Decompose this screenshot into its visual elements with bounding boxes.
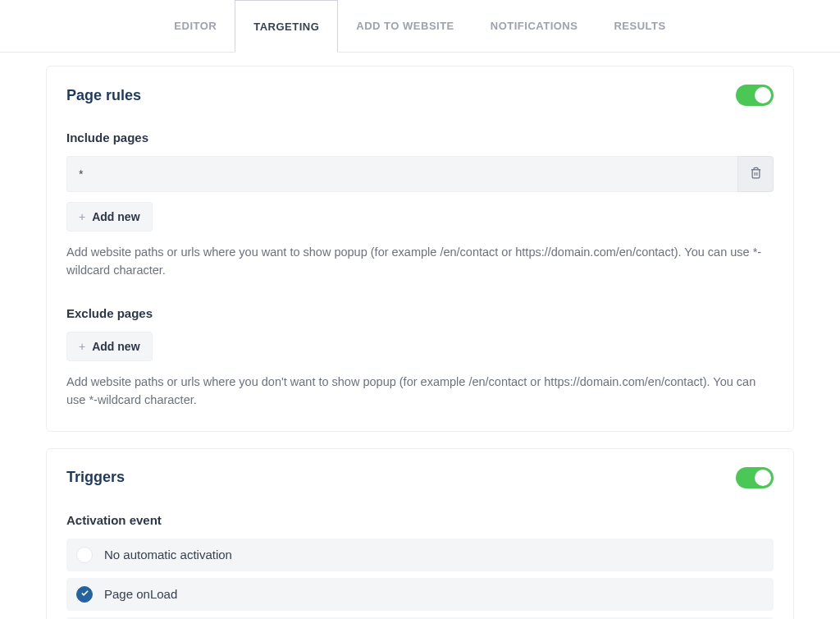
check-icon <box>80 589 89 599</box>
tab-add-to-website[interactable]: ADD TO WEBSITE <box>338 0 472 52</box>
add-new-label: Add new <box>92 340 139 353</box>
radio-label: Page onLoad <box>104 587 177 601</box>
exclude-pages-label: Exclude pages <box>66 306 774 320</box>
tab-editor[interactable]: EDITOR <box>156 0 235 52</box>
activation-event-label: Activation event <box>66 513 774 527</box>
page-rules-toggle[interactable] <box>736 85 774 106</box>
triggers-title: Triggers <box>66 469 125 486</box>
include-pages-label: Include pages <box>66 131 774 144</box>
toggle-knob <box>755 470 771 486</box>
delete-include-button[interactable] <box>737 156 774 192</box>
tabs-bar: EDITOR TARGETING ADD TO WEBSITE NOTIFICA… <box>0 0 840 53</box>
tab-targeting[interactable]: TARGETING <box>235 0 338 53</box>
triggers-toggle[interactable] <box>736 467 774 488</box>
add-exclude-button[interactable]: + Add new <box>66 332 153 361</box>
radio-label: No automatic activation <box>104 548 232 562</box>
page-rules-title: Page rules <box>66 87 141 104</box>
page-rules-card: Page rules Include pages + Add new Add w… <box>46 66 794 432</box>
add-new-label: Add new <box>92 210 139 223</box>
plus-icon: + <box>79 210 85 223</box>
include-input-row <box>66 156 774 192</box>
trash-icon <box>750 167 762 182</box>
activation-radio-list: No automatic activation Page onLoad Page… <box>66 539 774 619</box>
radio-page-onload[interactable]: Page onLoad <box>66 578 774 611</box>
triggers-card: Triggers Activation event No automatic a… <box>46 448 794 619</box>
add-include-button[interactable]: + Add new <box>66 202 153 232</box>
radio-circle-selected <box>76 586 93 603</box>
tab-results[interactable]: RESULTS <box>596 0 683 52</box>
radio-circle <box>76 547 93 563</box>
exclude-help-text: Add website paths or urls where you don'… <box>66 373 774 410</box>
include-help-text: Add website paths or urls where you want… <box>66 243 774 280</box>
plus-icon: + <box>79 340 85 353</box>
include-page-input[interactable] <box>66 156 737 192</box>
radio-no-activation[interactable]: No automatic activation <box>66 539 774 571</box>
tab-notifications[interactable]: NOTIFICATIONS <box>472 0 596 52</box>
toggle-knob <box>755 87 771 103</box>
